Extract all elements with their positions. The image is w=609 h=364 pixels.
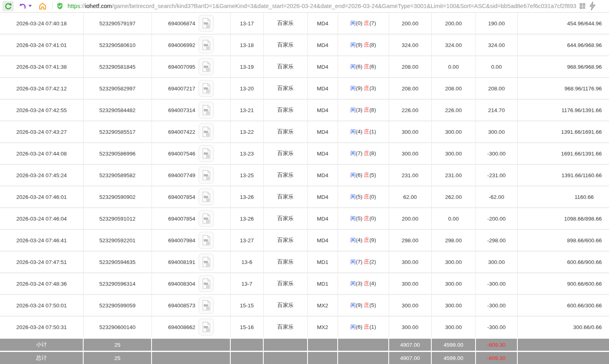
round-id-text: 694007854 xyxy=(168,216,195,222)
browser-toolbar: https://iohetf.com/game/betrecord_search… xyxy=(0,0,609,12)
video-replay-icon xyxy=(201,61,211,72)
result-cell: 闲(4) 庄(9) xyxy=(338,229,389,251)
banker-label: 庄 xyxy=(364,129,369,135)
player-count: (9) xyxy=(356,42,363,48)
home-button[interactable] xyxy=(37,1,48,11)
video-replay-icon xyxy=(201,256,211,268)
result-cell: 闲(9) 庄(3) xyxy=(338,78,389,99)
bet-id-cell: 523290599059 xyxy=(83,294,152,316)
table-name-cell: MD4 xyxy=(308,186,338,208)
valid-amount-cell: 300.00 xyxy=(431,316,476,338)
video-replay-button[interactable] xyxy=(199,15,214,32)
player-count: (7) xyxy=(356,150,363,156)
bet-record-table: 2026-03-24 07:40:18 523290579197 6940068… xyxy=(0,12,609,364)
bet-time-cell: 2026-03-24 07:42:55 xyxy=(0,99,83,121)
shield-check-icon xyxy=(56,2,64,10)
summary-empty-cell xyxy=(338,338,389,352)
table-row: 2026-03-24 07:44:08 523290586996 6940075… xyxy=(0,143,609,164)
video-replay-icon xyxy=(201,278,211,289)
banker-label: 庄 xyxy=(364,194,369,200)
player-label: 闲 xyxy=(351,237,356,243)
round-id-cell: 694007984 xyxy=(152,229,230,251)
game-name-cell: 百家乐 xyxy=(263,294,308,316)
valid-amount-cell: 300.00 xyxy=(431,121,476,143)
video-replay-icon xyxy=(201,170,211,181)
player-label: 闲 xyxy=(351,129,356,135)
player-count: (0) xyxy=(356,20,363,26)
video-replay-button[interactable] xyxy=(199,102,214,119)
balance-cell: 1691.66/1391.66 xyxy=(517,143,609,164)
bet-id-cell: 523290589582 xyxy=(83,164,152,186)
balance-cell: 898.66/600.66 xyxy=(517,229,609,251)
result-cell: 闲(9) 庄(8) xyxy=(338,34,389,56)
bet-amount-cell: 208.00 xyxy=(389,56,431,78)
table-name-cell: MD4 xyxy=(308,229,338,251)
winloss-cell: -300.00 xyxy=(476,273,517,294)
balance-cell: 1176.96/1391.66 xyxy=(517,99,609,121)
summary-winloss-cell: -609.30 xyxy=(476,352,517,364)
table-row: 2026-03-24 07:43:27 523290585517 6940074… xyxy=(0,121,609,143)
bet-id-cell: 523290592201 xyxy=(83,229,152,251)
table-row: 2026-03-24 07:47:51 523290594635 6940081… xyxy=(0,251,609,273)
banker-count: (5) xyxy=(369,302,376,308)
summary-winloss-cell: -609.30 xyxy=(476,338,517,352)
table-name-cell: MD4 xyxy=(308,34,338,56)
video-replay-button[interactable] xyxy=(199,145,214,162)
balance-cell: 300.66/0.66 xyxy=(517,316,609,338)
round-id-text: 694006992 xyxy=(168,42,195,48)
video-replay-button[interactable] xyxy=(199,210,214,227)
video-replay-button[interactable] xyxy=(199,58,214,75)
bet-time-cell: 2026-03-24 07:40:18 xyxy=(0,12,83,34)
player-count: (9) xyxy=(356,85,363,91)
round-cell: 13-6 xyxy=(230,251,263,273)
video-replay-button[interactable] xyxy=(199,123,214,140)
round-cell: 13-26 xyxy=(230,208,263,229)
undo-button[interactable] xyxy=(17,1,28,11)
video-replay-button[interactable] xyxy=(199,275,214,292)
bet-time-cell: 2026-03-24 07:47:51 xyxy=(0,251,83,273)
address-bar[interactable]: https://iohetf.com/game/betrecord_search… xyxy=(56,1,609,11)
balance-cell: 600.66/900.66 xyxy=(517,251,609,273)
bet-id-cell: 523290600140 xyxy=(83,316,152,338)
bet-id-cell: 523290590902 xyxy=(83,186,152,208)
result-cell: 闲(9) 庄(5) xyxy=(338,294,389,316)
video-replay-button[interactable] xyxy=(199,80,214,97)
bet-amount-cell: 62.00 xyxy=(389,186,431,208)
video-replay-icon xyxy=(201,18,211,29)
refresh-button[interactable] xyxy=(2,1,14,11)
banker-count: (3) xyxy=(369,85,376,91)
banker-label: 庄 xyxy=(364,237,369,243)
undo-dropdown-button[interactable] xyxy=(28,1,32,11)
valid-amount-cell: 262.00 xyxy=(431,186,476,208)
round-id-cell: 694008573 xyxy=(152,294,230,316)
round-cell: 13-7 xyxy=(230,273,263,294)
table-name-cell: MD4 xyxy=(308,78,338,99)
lightning-icon[interactable] xyxy=(589,2,596,10)
bet-id-cell: 523290584482 xyxy=(83,99,152,121)
banker-label: 庄 xyxy=(364,324,369,330)
table-row: 2026-03-24 07:50:01 523290599059 6940085… xyxy=(0,294,609,316)
video-replay-button[interactable] xyxy=(199,254,214,270)
balance-cell: 1098.66/898.66 xyxy=(517,208,609,229)
bet-id-cell: 523290581845 xyxy=(83,56,152,78)
bet-amount-cell: 324.00 xyxy=(389,34,431,56)
banker-label: 庄 xyxy=(364,150,369,156)
bet-amount-cell: 298.00 xyxy=(389,229,431,251)
video-replay-button[interactable] xyxy=(199,297,214,314)
bet-amount-cell: 231.00 xyxy=(389,164,431,186)
round-id-text: 694007314 xyxy=(168,107,195,113)
video-replay-button[interactable] xyxy=(199,188,214,205)
video-replay-icon xyxy=(201,191,211,202)
banker-count: (1) xyxy=(369,324,376,330)
round-id-cell: 694008304 xyxy=(152,273,230,294)
table-row: 2026-03-24 07:41:01 523290580610 6940069… xyxy=(0,34,609,56)
game-name-cell: 百家乐 xyxy=(263,143,308,164)
video-replay-button[interactable] xyxy=(199,37,214,53)
qr-code-icon[interactable] xyxy=(579,2,586,10)
bet-time-cell: 2026-03-24 07:43:27 xyxy=(0,121,83,143)
video-replay-button[interactable] xyxy=(199,167,214,184)
banker-label: 庄 xyxy=(364,42,369,48)
video-replay-button[interactable] xyxy=(199,319,214,335)
video-replay-button[interactable] xyxy=(199,232,214,249)
round-id-text: 694007749 xyxy=(168,172,195,178)
